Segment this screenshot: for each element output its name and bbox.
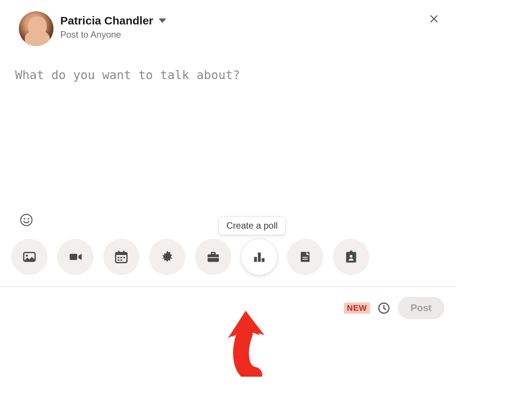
create-post-modal: Patricia Chandler Post to Anyone Create … [0, 0, 456, 329]
post-button[interactable]: Post [398, 297, 445, 319]
svg-rect-24 [350, 250, 353, 253]
svg-rect-22 [303, 257, 307, 258]
schedule-button[interactable] [377, 301, 391, 315]
emoji-icon [20, 213, 33, 227]
video-icon [68, 249, 83, 264]
add-photo-button[interactable] [11, 239, 47, 275]
user-name: Patricia Chandler [60, 14, 153, 27]
svg-rect-11 [121, 257, 122, 258]
add-event-button[interactable] [103, 239, 139, 275]
document-icon [298, 249, 313, 264]
image-icon [22, 249, 37, 264]
svg-rect-9 [123, 250, 124, 254]
svg-point-25 [350, 255, 352, 258]
svg-point-0 [21, 214, 32, 226]
user-meta: Patricia Chandler Post to Anyone [60, 11, 166, 40]
audience-selector[interactable]: Patricia Chandler [60, 14, 166, 27]
compose-area [0, 46, 456, 212]
celebrate-button[interactable] [149, 239, 185, 275]
svg-rect-8 [118, 250, 119, 254]
emoji-button[interactable] [19, 212, 34, 228]
svg-rect-17 [208, 257, 219, 258]
svg-rect-19 [258, 252, 261, 262]
svg-rect-12 [123, 257, 125, 258]
svg-point-1 [24, 218, 25, 220]
svg-rect-20 [262, 258, 265, 262]
briefcase-icon [206, 249, 221, 264]
svg-rect-10 [118, 257, 119, 258]
new-badge: NEW [344, 302, 370, 314]
close-icon [428, 12, 440, 25]
caret-down-icon [159, 18, 166, 23]
svg-rect-18 [254, 257, 257, 262]
svg-point-2 [28, 218, 29, 220]
badge-person-icon [344, 249, 359, 264]
calendar-icon [114, 249, 129, 264]
svg-rect-15 [208, 254, 219, 262]
tooltip: Create a poll [218, 216, 286, 235]
avatar[interactable] [19, 11, 53, 46]
add-video-button[interactable] [57, 239, 93, 275]
add-job-button[interactable] [195, 239, 231, 275]
close-button[interactable] [423, 8, 445, 29]
footer: NEW Post [0, 287, 456, 329]
clock-icon [377, 302, 390, 315]
find-expert-button[interactable] [333, 239, 369, 275]
starburst-icon [160, 249, 175, 264]
svg-rect-7 [116, 252, 127, 255]
create-poll-button[interactable] [241, 239, 277, 275]
svg-rect-14 [121, 260, 122, 261]
svg-rect-23 [303, 259, 307, 260]
compose-input[interactable] [15, 68, 441, 211]
svg-rect-5 [70, 254, 77, 260]
audience-label: Post to Anyone [60, 29, 166, 40]
svg-rect-16 [211, 252, 215, 254]
toolbar: Create a poll [0, 228, 456, 286]
svg-rect-13 [118, 260, 119, 261]
add-document-button[interactable] [287, 239, 323, 275]
modal-header: Patricia Chandler Post to Anyone [0, 0, 456, 46]
poll-icon [252, 249, 267, 264]
svg-point-4 [26, 255, 28, 257]
